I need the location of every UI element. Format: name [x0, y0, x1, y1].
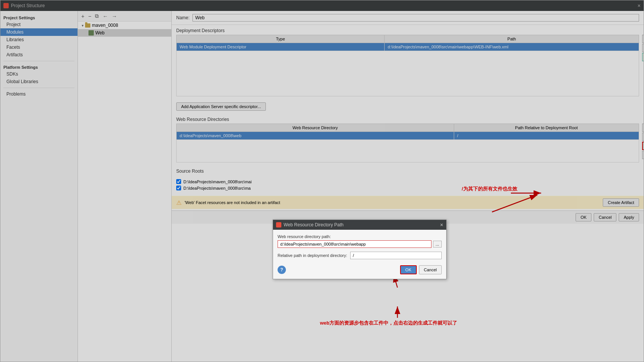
modal-path-label: Web resource directory path:	[278, 234, 442, 239]
modal-relative-row: Relative path in deployment directory:	[278, 252, 442, 259]
modal-body: Web resource directory path: ... Relativ…	[273, 230, 446, 279]
modal-relative-input[interactable]	[350, 252, 442, 259]
modal-browse-button[interactable]: ...	[433, 241, 442, 248]
modal-title-bar: Web Resource Directory Path ×	[273, 220, 446, 230]
modal-footer: ? OK Cancel	[278, 264, 442, 274]
modal-overlay: Web Resource Directory Path × Web resour…	[0, 0, 644, 362]
modal-relative-label: Relative path in deployment directory:	[278, 253, 347, 258]
project-structure-window: Project Structure × Project Settings Pro…	[0, 0, 644, 362]
modal-icon	[276, 222, 281, 227]
modal-close-button[interactable]: ×	[440, 222, 443, 228]
modal-title: Web Resource Directory Path	[284, 222, 438, 227]
modal-help-button[interactable]: ?	[278, 266, 286, 274]
modal-footer-buttons: OK Cancel	[400, 265, 442, 274]
modal-ok-button[interactable]: OK	[400, 265, 417, 274]
modal-path-input[interactable]	[278, 240, 431, 248]
modal-path-row: ...	[278, 240, 442, 248]
web-resource-directory-path-modal: Web Resource Directory Path × Web resour…	[273, 220, 447, 279]
modal-cancel-button[interactable]: Cancel	[419, 265, 442, 274]
